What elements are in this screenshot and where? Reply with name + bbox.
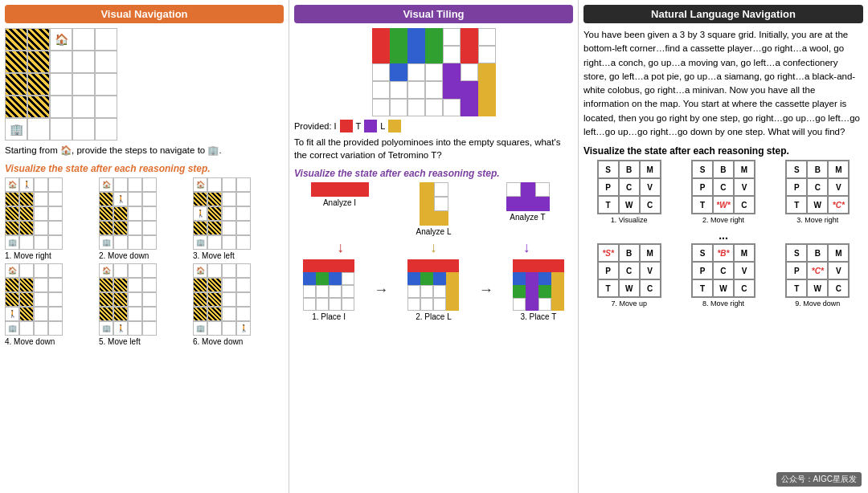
- nat-grid-3: S B M P C V T W *C*: [785, 160, 850, 214]
- tc: [390, 81, 407, 99]
- visual-tiling-column: Visual Tiling: [289, 0, 579, 493]
- tc: [521, 197, 535, 211]
- tc: [443, 81, 461, 99]
- sc: 🏢: [99, 235, 113, 250]
- sc: [222, 192, 236, 206]
- sc: [207, 206, 222, 221]
- lc-highlight: *W*: [713, 196, 734, 214]
- sc: [222, 206, 236, 221]
- legend-i-swatch: [340, 120, 353, 132]
- sc: 🏢: [193, 321, 207, 336]
- sc: [222, 263, 236, 278]
- nat-step-2: S B M P C V T *W* C 2. Move right: [678, 160, 768, 224]
- tc: [372, 28, 390, 46]
- sc: 🏠: [5, 177, 19, 192]
- tc: [316, 298, 329, 311]
- visual-nav-column: Visual Navigation 🏠: [0, 0, 289, 493]
- tc: [340, 182, 354, 197]
- empty-cell: [72, 51, 95, 73]
- tc: [551, 298, 564, 311]
- sc: [34, 321, 48, 336]
- tc: [420, 272, 433, 285]
- sc: [236, 221, 251, 235]
- sc: [142, 206, 157, 221]
- empty-cell: [72, 28, 95, 51]
- sc: 🏠: [99, 177, 113, 192]
- tc: [506, 197, 521, 211]
- tc: [478, 63, 496, 81]
- step-2: 🏠 🚶 🏢 2. Move down: [99, 177, 190, 260]
- tiling-analyze-steps: Analyze I Analyze L: [294, 182, 573, 236]
- sc: [34, 177, 48, 192]
- lc: T: [692, 279, 713, 297]
- empty-cell: [95, 96, 117, 118]
- sc: [34, 278, 48, 292]
- sc: [5, 206, 19, 221]
- sc: [207, 292, 222, 307]
- step-5-grid: 🏠 🏢🚶: [99, 263, 157, 336]
- lc-highlight: *B*: [713, 244, 734, 262]
- tc: [526, 259, 538, 272]
- tc: [433, 298, 446, 311]
- sc: [48, 192, 63, 206]
- tc: [326, 182, 340, 197]
- sc: [113, 278, 128, 292]
- sc: [236, 206, 251, 221]
- nat-grid-7: *S* B M P C V T W C: [597, 243, 661, 298]
- step-3-grid: 🏠 🚶 🏢: [193, 177, 251, 250]
- tc: [521, 182, 535, 197]
- sc: [222, 307, 236, 321]
- sc: [113, 235, 128, 250]
- tc: [354, 182, 369, 197]
- lc: V: [734, 178, 755, 196]
- sc: [34, 221, 48, 235]
- sc: [222, 221, 236, 235]
- empty-cell: [95, 51, 117, 73]
- tc: [433, 272, 446, 285]
- place-l-label: 2. Place L: [416, 312, 451, 321]
- lc: T: [692, 196, 713, 214]
- tc: [372, 99, 390, 116]
- sc: [99, 192, 113, 206]
- tc: [443, 63, 461, 81]
- empty-cell: [95, 73, 117, 96]
- tc: [316, 272, 329, 285]
- tc: [303, 272, 316, 285]
- sc: [128, 192, 142, 206]
- sc: [236, 177, 251, 192]
- empty-cell: [72, 96, 95, 118]
- tc: [461, 28, 478, 46]
- nat-grid-9: S B M P *C* V T W C: [785, 243, 850, 298]
- sc: [34, 206, 48, 221]
- hatch-cell: [27, 96, 50, 118]
- tc: [526, 272, 538, 285]
- tc: [420, 298, 433, 311]
- sc: 🚶: [5, 307, 19, 321]
- sc: [48, 221, 63, 235]
- sc: [207, 263, 222, 278]
- building-cell: 🏢: [5, 118, 27, 141]
- step-1-label: 1. Move right: [5, 251, 51, 260]
- arrow-down-i: ↓: [337, 239, 344, 256]
- lc: V: [640, 262, 661, 279]
- legend-l-swatch: [388, 120, 401, 132]
- tc: [551, 259, 564, 272]
- tc: [407, 63, 425, 81]
- main-tiling-grid: [294, 28, 573, 116]
- tc: [407, 298, 420, 311]
- sc: [207, 278, 222, 292]
- nat-step-8-label: 8. Move right: [702, 299, 744, 308]
- tc: [478, 81, 496, 99]
- natural-lang-text: You have been given a 3 by 3 square grid…: [583, 28, 863, 139]
- tc: [425, 46, 443, 63]
- tc: [316, 285, 329, 298]
- analyze-l-step: Analyze L: [388, 182, 479, 236]
- tc: [443, 99, 461, 116]
- sc: 🚶: [236, 321, 251, 336]
- sc: 🚶: [113, 192, 128, 206]
- nat-steps-bottom: *S* B M P C V T W C 7. Move up: [583, 243, 863, 308]
- sc: 🚶: [113, 321, 128, 336]
- sc: 🚶: [193, 206, 207, 221]
- sc: [128, 307, 142, 321]
- lc: S: [598, 161, 619, 178]
